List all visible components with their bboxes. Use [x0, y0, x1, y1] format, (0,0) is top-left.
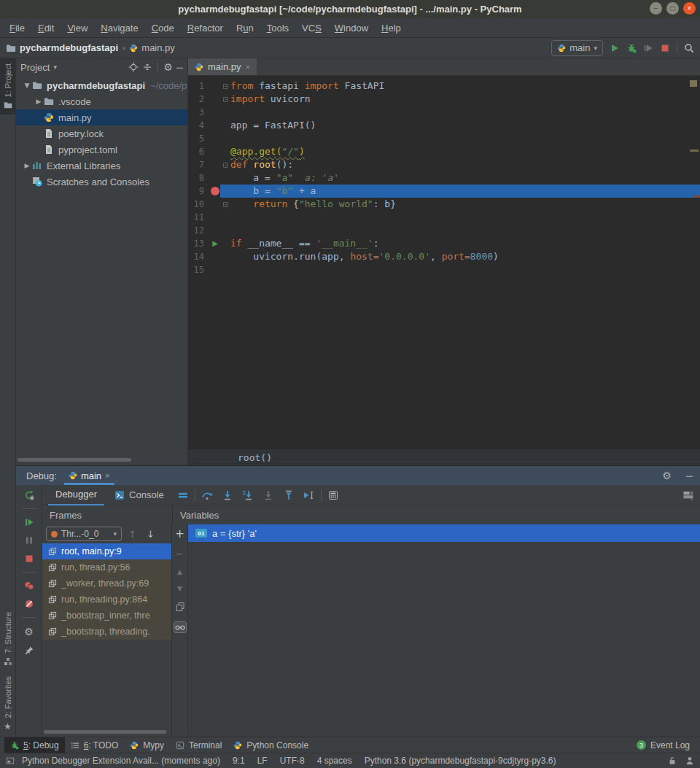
maximize-button[interactable]: □: [666, 2, 679, 15]
stop-button[interactable]: [660, 43, 670, 53]
tree-item-scratches-and-consoles[interactable]: Scratches and Consoles: [16, 174, 187, 190]
close-icon[interactable]: ×: [105, 471, 109, 480]
stop-button[interactable]: [24, 554, 34, 564]
menu-navigate[interactable]: Navigate: [94, 23, 144, 34]
step-into-my-code-button[interactable]: [242, 489, 254, 501]
code-line-7[interactable]: 7def root():: [188, 158, 700, 171]
tree-item-pyproject-toml[interactable]: pyproject.toml: [16, 141, 187, 158]
toolwindow-button-python-console[interactable]: Python Console: [228, 737, 314, 753]
code-line-9[interactable]: 9 b = "b" + a: [188, 185, 700, 198]
restore-layout-button[interactable]: [682, 489, 694, 501]
step-out-button[interactable]: [284, 490, 294, 500]
menu-refactor[interactable]: Refactor: [181, 23, 230, 34]
horizontal-scrollbar[interactable]: [44, 730, 166, 734]
code-line-4[interactable]: 4app = FastAPI(): [188, 119, 700, 132]
line-number[interactable]: 4: [188, 119, 210, 132]
frame-row[interactable]: _worker, thread.py:69: [42, 575, 171, 591]
line-number[interactable]: 15: [188, 263, 210, 276]
move-up-button[interactable]: ▲: [177, 568, 182, 575]
evaluate-expression-button[interactable]: [328, 490, 338, 500]
line-number[interactable]: 5: [188, 132, 210, 145]
status-item-0[interactable]: Python Debugger Extension Avail... (mome…: [22, 756, 220, 766]
previous-frame-button[interactable]: ↑: [125, 529, 140, 540]
run-with-coverage-button[interactable]: [643, 43, 653, 53]
debug-button[interactable]: [626, 43, 637, 53]
step-over-button[interactable]: [201, 489, 213, 501]
select-opened-file-button[interactable]: [128, 62, 139, 72]
show-execution-point-icon[interactable]: [178, 490, 188, 500]
code-line-1[interactable]: 1from fastapi import FastAPI: [188, 79, 700, 93]
lock-icon[interactable]: [668, 756, 677, 765]
move-down-button[interactable]: ▼: [177, 585, 182, 592]
menu-help[interactable]: Help: [375, 23, 408, 34]
code-line-13[interactable]: 13▶if __name__ == '__main__':: [188, 237, 700, 250]
breadcrumb-function[interactable]: root(): [238, 452, 272, 463]
tree-item--vscode[interactable]: ▶.vscode: [16, 93, 187, 109]
line-number[interactable]: 14: [188, 250, 210, 263]
hide-panel-button[interactable]: ─: [176, 62, 183, 73]
sidebar-tab-structure[interactable]: 7: Structure: [0, 607, 15, 671]
breadcrumb-project[interactable]: pycharmdebugfastapi: [20, 42, 118, 53]
breadcrumb-file[interactable]: main.py: [141, 42, 175, 53]
code-line-6[interactable]: 6@app.get("/"): [188, 145, 700, 158]
pin-icon[interactable]: [24, 645, 34, 656]
settings-icon[interactable]: ⚙: [24, 626, 34, 637]
code-editor[interactable]: 1from fastapi import FastAPI2import uvic…: [188, 76, 700, 449]
chevron-down-icon[interactable]: ▾: [53, 63, 57, 71]
close-button[interactable]: ×: [683, 2, 696, 15]
menu-edit[interactable]: Edit: [31, 23, 61, 34]
variable-row[interactable]: 01a = {str} 'a': [188, 524, 700, 542]
tab-debugger[interactable]: Debugger: [48, 485, 104, 505]
breakpoint-icon[interactable]: [211, 187, 219, 195]
run-to-cursor-button[interactable]: [303, 489, 315, 501]
frame-row[interactable]: _bootstrap_inner, thre: [42, 608, 171, 624]
force-step-into-button[interactable]: [263, 490, 273, 500]
debug-session-tab[interactable]: main ×: [64, 466, 114, 485]
code-line-11[interactable]: 11: [188, 211, 700, 224]
code-line-12[interactable]: 12: [188, 224, 700, 237]
toolwindow-button-5-debug[interactable]: 5: Debug: [4, 737, 65, 753]
line-number[interactable]: 10: [188, 198, 210, 211]
status-item-1[interactable]: 9:1: [233, 756, 245, 766]
tree-item-poetry-lock[interactable]: poetry.lock: [16, 125, 187, 141]
search-everywhere-button[interactable]: [684, 43, 694, 53]
line-number[interactable]: 9: [188, 185, 210, 198]
line-number[interactable]: 13: [188, 237, 210, 250]
view-breakpoints-button[interactable]: [24, 581, 34, 591]
editor-breadcrumb[interactable]: root(): [188, 449, 700, 465]
line-number[interactable]: 6: [188, 145, 210, 158]
remove-watch-button[interactable]: −: [176, 549, 184, 559]
status-item-4[interactable]: 4 spaces: [317, 756, 352, 766]
next-frame-button[interactable]: ↓: [143, 529, 158, 540]
menu-code[interactable]: Code: [145, 23, 181, 34]
run-configuration-select[interactable]: main ▾: [551, 40, 603, 56]
menu-view[interactable]: View: [61, 23, 94, 34]
line-number[interactable]: 2: [188, 93, 210, 106]
tree-toggle-icon[interactable]: ▶: [34, 98, 44, 105]
tree-item-pycharmdebugfastapi[interactable]: ▼pycharmdebugfastapi~/code/pycharmdebugf…: [16, 77, 187, 93]
line-number[interactable]: 11: [188, 211, 210, 224]
line-number[interactable]: 3: [188, 106, 210, 119]
show-watches-toggle[interactable]: [174, 621, 187, 633]
frame-row[interactable]: _bootstrap, threading.: [42, 624, 171, 640]
minimize-button[interactable]: −: [650, 2, 662, 15]
code-line-5[interactable]: 5: [188, 132, 700, 145]
status-item-2[interactable]: LF: [257, 756, 268, 766]
tree-item-external-libraries[interactable]: ▶External Libraries: [16, 158, 187, 174]
resume-button[interactable]: [24, 517, 34, 527]
toolwindow-button-terminal[interactable]: Terminal: [170, 737, 228, 753]
inspection-indicator[interactable]: [690, 80, 697, 87]
warning-stripe-mark[interactable]: [690, 150, 699, 152]
code-line-2[interactable]: 2import uvicorn: [188, 93, 700, 106]
pause-button[interactable]: [24, 535, 34, 546]
frame-row[interactable]: root, main.py:9: [42, 543, 171, 559]
duplicate-watch-button[interactable]: [175, 602, 185, 612]
tree-toggle-icon[interactable]: ▶: [22, 162, 32, 169]
status-item-3[interactable]: UTF-8: [280, 756, 305, 766]
line-number[interactable]: 7: [188, 158, 210, 171]
frame-row[interactable]: run, thread.py:56: [42, 559, 171, 575]
run-button[interactable]: [610, 43, 620, 53]
line-number[interactable]: 1: [188, 79, 210, 93]
gear-icon[interactable]: ⚙: [662, 470, 672, 481]
menu-vcs[interactable]: VCS: [295, 23, 328, 34]
